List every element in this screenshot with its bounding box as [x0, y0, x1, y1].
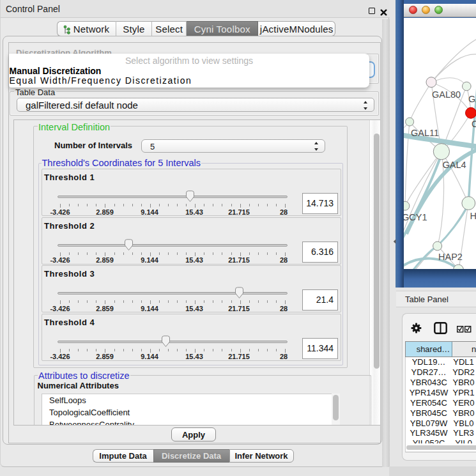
svg-text:GAL80: GAL80 [432, 89, 461, 100]
svg-text:GCY1: GCY1 [404, 212, 427, 222]
svg-text:GAL11: GAL11 [411, 128, 439, 138]
svg-text:GAL4: GAL4 [443, 160, 466, 170]
svg-text:HI: HI [470, 211, 476, 221]
svg-text:CY: CY [472, 119, 476, 129]
svg-text:HAP2: HAP2 [438, 252, 463, 262]
svg-text:GA: GA [468, 94, 476, 104]
